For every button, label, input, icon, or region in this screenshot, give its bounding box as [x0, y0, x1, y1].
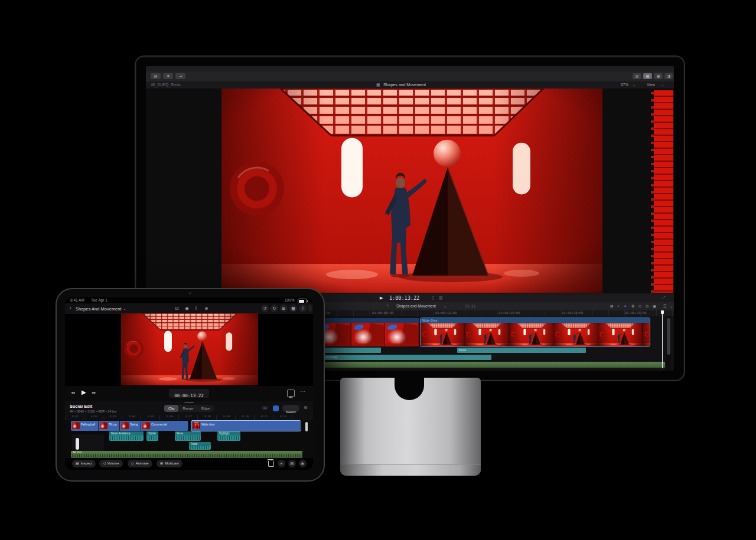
volume-button[interactable]: ◁Volume [99, 460, 123, 467]
ipad-ruler[interactable]: 0:01 0:02 0:03 0:04 0:05 0:06 0:07 0:08 … [65, 415, 313, 420]
ipad-audio-clip[interactable]: Highlight [217, 431, 240, 441]
keyword-editor-button[interactable]: ⇥ [175, 73, 185, 79]
timeline-panel-toggle[interactable]: ▦ [654, 73, 663, 79]
view-options-icon[interactable]: ⊙ [304, 405, 308, 410]
video-clip-closeup[interactable] [317, 318, 419, 346]
selection-mode-segmented[interactable]: Clip Range Edge [164, 405, 214, 412]
ipad-audio-clip[interactable]: Move [175, 431, 201, 441]
ipad-music-clip[interactable]: AP Duo [71, 451, 302, 458]
settings-button[interactable] [308, 305, 312, 312]
share-button[interactable]: ⤴ [299, 305, 307, 312]
project-specs: 4K • 3840 × 2160 • HDR • 24 fps [70, 410, 116, 413]
mic-icon[interactable]: ⌇ [195, 306, 197, 311]
timeline-zoom-icon[interactable]: ⌄ [670, 304, 673, 309]
ruler-label: 0:01 [72, 415, 79, 418]
append-icon[interactable]: ✚ [631, 304, 634, 309]
ipad-video-clip-selected[interactable]: Wide shot [191, 421, 301, 431]
ipad-audio-clip[interactable]: Track [189, 442, 211, 450]
waveform [72, 454, 301, 457]
animate-button[interactable]: ◇Animate [128, 460, 152, 467]
quality-button[interactable]: 4K [287, 390, 295, 397]
zoom-level-menu[interactable]: 67% [621, 83, 628, 87]
clip-thumbnail [598, 323, 643, 346]
mode-edge[interactable]: Edge [197, 405, 214, 412]
quality-label: 4K [289, 395, 293, 399]
timeline-scrollbar[interactable] [666, 316, 671, 371]
mode-clip[interactable]: Clip [164, 405, 178, 412]
sidebar-toggle-button[interactable]: ▤ [151, 73, 161, 79]
clip-index-icon[interactable]: ▣ [653, 304, 656, 309]
ruler-label: 0:05 [148, 415, 154, 418]
connect-clips-icon[interactable]: ◇◇ [262, 405, 266, 410]
trash-icon[interactable] [268, 461, 274, 467]
camera-icon[interactable]: ◉ [185, 306, 189, 311]
view-menu[interactable]: View [647, 83, 655, 87]
playhead-timecode[interactable]: 1:00:13:22 [389, 295, 419, 301]
multicam-button[interactable]: ⊞Multicam [157, 460, 183, 467]
ruler-label: 01:00:12:00 [435, 311, 457, 315]
skip-back-button[interactable]: ◀◀ [71, 391, 74, 394]
playhead[interactable] [662, 310, 663, 368]
back-button[interactable]: ‹ [70, 306, 71, 311]
overwrite-icon[interactable]: ⊙ [646, 304, 649, 309]
clip-thumbnail [193, 422, 200, 429]
ipad-audio-clip[interactable]: Subtle [146, 431, 158, 441]
loop-icon[interactable]: ▯ [432, 296, 434, 300]
timeline-breadcrumb[interactable]: Shapes and Movement [396, 304, 436, 308]
tool-menu-icon[interactable]: ▾ [624, 304, 626, 309]
playhead-handle[interactable] [661, 310, 664, 314]
ipad-timecode-pill[interactable]: 00:00:13:22 [169, 389, 209, 398]
select-button[interactable]: Select [282, 405, 299, 412]
connected-clip[interactable] [317, 348, 381, 353]
drag-handle[interactable] [184, 402, 194, 403]
clip-color-button[interactable] [273, 405, 279, 411]
ipad-video-clip[interactable]: Tilt up [99, 421, 120, 431]
ipad-video-clip[interactable]: Commercial [141, 421, 188, 431]
append-clip-button[interactable]: ⊕ [299, 460, 307, 467]
inspector-panel-toggle[interactable]: ◨ [664, 73, 673, 79]
undo-button[interactable]: ↺ [261, 305, 269, 312]
more-options-icon[interactable]: ⋯ [300, 389, 305, 394]
ipad-video-clip[interactable]: Falling ball [71, 421, 99, 431]
split-clip-button[interactable]: ✂ [278, 460, 285, 467]
viewer-video[interactable] [221, 89, 602, 293]
clip-thumbnail [421, 323, 465, 346]
video-clip-wide-shot[interactable]: Wide Shot [421, 318, 650, 346]
scrollbar-thumb[interactable] [667, 318, 670, 355]
browser-filmstrip[interactable] [654, 90, 673, 293]
connected-clip-move[interactable]: Move [457, 348, 586, 353]
effects-icon[interactable]: ⊕ [204, 306, 208, 311]
ipad-video-clip[interactable]: Swing [120, 421, 141, 431]
skip-forward-button[interactable]: ▶▶ [92, 391, 96, 394]
snapping-icon[interactable]: ⌖ [617, 304, 620, 309]
capture-icon[interactable]: ⊡ [175, 306, 179, 311]
connect-icon[interactable]: ◇ [638, 304, 641, 309]
redo-button[interactable]: ↻ [271, 305, 278, 312]
project-title: Shapes and Movement [383, 83, 426, 87]
browser-panel-toggle[interactable]: ▥ [633, 73, 641, 79]
clip-appearance-icon[interactable]: ☰ [663, 304, 667, 309]
viewer-panel-toggle[interactable]: ▤ [643, 73, 652, 79]
browser-button[interactable]: ⊞ [280, 305, 288, 312]
ipad-play-button[interactable]: ▶ [82, 389, 86, 395]
redo-icon: ↻ [273, 306, 276, 310]
clip-name: Music Ambience [111, 432, 131, 435]
inspect-button[interactable]: ▤Inspect [72, 460, 96, 467]
audio-meters-icon[interactable]: ▥ [439, 296, 443, 300]
viewer-options-button[interactable]: ▦ [289, 305, 297, 312]
lane-scroll-pill[interactable] [76, 438, 79, 450]
import-media-button[interactable]: ✚ [163, 73, 173, 79]
ipad-viewer-video[interactable] [121, 313, 258, 385]
fullscreen-icon[interactable]: ⤢ [662, 296, 666, 300]
ipad-audio-clip[interactable]: Music Ambience [109, 431, 144, 441]
mode-range[interactable]: Range [178, 405, 197, 412]
play-button[interactable]: ▶ [380, 296, 383, 300]
skimming-icon[interactable]: ⊠ [610, 304, 613, 309]
connected-clip-ambience[interactable]: Ambience loop [316, 355, 491, 360]
ipad-project-title[interactable]: Shapes And Movement [76, 306, 122, 312]
ipad-timeline-scrollbar[interactable] [305, 422, 308, 431]
trim-clip-button[interactable]: ⊟ [288, 460, 296, 467]
clip-thumbnail [142, 422, 150, 429]
music-track-clip[interactable] [316, 362, 665, 368]
timeline-back-button[interactable]: ‹ [387, 303, 388, 307]
